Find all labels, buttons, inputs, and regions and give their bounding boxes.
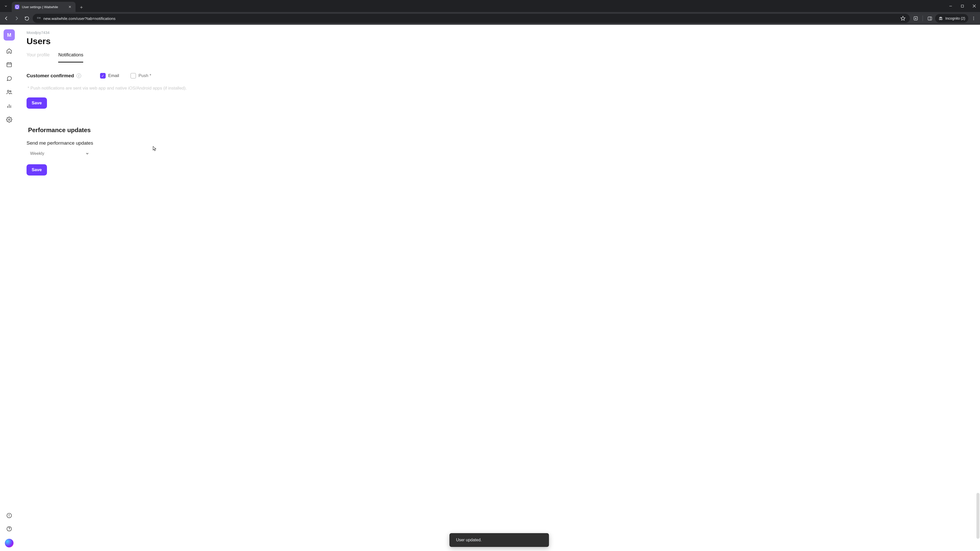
tab-notifications[interactable]: Notifications	[58, 51, 83, 62]
sidebar-chat-icon[interactable]	[6, 75, 13, 82]
address-bar[interactable]: new.waitwhile.com/user?tab=notifications	[33, 14, 910, 23]
svg-point-14	[941, 19, 942, 20]
main-content: Moodjoy7434 Users Your profile Notificat…	[18, 25, 980, 551]
scrollbar-thumb[interactable]	[977, 493, 980, 539]
bookmark-star-icon[interactable]	[900, 15, 906, 22]
svg-point-24	[10, 91, 11, 92]
email-checkbox-label: Email	[108, 73, 119, 78]
push-footnote: * Push notifications are sent via web ap…	[27, 86, 266, 91]
svg-point-17	[974, 18, 974, 19]
performance-field-label: Send me performance updates	[27, 140, 266, 146]
svg-point-32	[9, 530, 10, 530]
save-notifications-button[interactable]: Save	[27, 97, 47, 109]
svg-marker-8	[901, 16, 905, 21]
svg-point-28	[8, 119, 10, 121]
sidebar-home-icon[interactable]	[6, 47, 13, 54]
performance-heading: Performance updates	[28, 127, 266, 134]
push-checkbox-label: Push *	[138, 73, 151, 78]
email-checkbox[interactable]: ✓	[100, 73, 106, 79]
browser-menu-button[interactable]	[969, 14, 978, 23]
browser-toolbar: new.waitwhile.com/user?tab=notifications…	[0, 12, 980, 25]
svg-rect-1	[961, 5, 964, 7]
window-close-button[interactable]	[968, 1, 980, 11]
breadcrumb[interactable]: Moodjoy7434	[27, 30, 972, 35]
content-scrollbar[interactable]	[976, 101, 980, 546]
row-label-text: Customer confirmed	[27, 73, 74, 79]
close-tab-button[interactable]: ✕	[67, 4, 73, 10]
tabs: Your profile Notifications	[27, 51, 972, 63]
sidebar-upgrade-icon[interactable]	[6, 512, 13, 519]
page-title: Users	[27, 36, 972, 46]
workspace-avatar[interactable]: M	[3, 29, 15, 41]
svg-point-29	[7, 513, 11, 518]
favicon-waitwhile	[15, 5, 19, 9]
incognito-indicator[interactable]: Incognito (2)	[935, 14, 968, 23]
new-tab-button[interactable]: ＋	[77, 3, 86, 11]
svg-rect-19	[7, 63, 11, 67]
window-minimize-button[interactable]	[945, 1, 956, 11]
browser-tab-active[interactable]: User settings | Waitwhile ✕	[12, 2, 76, 12]
push-checkbox[interactable]	[130, 73, 136, 79]
url-text: new.waitwhile.com/user?tab=notifications	[43, 16, 116, 21]
sidebar-settings-icon[interactable]	[6, 116, 13, 123]
sidebar-analytics-icon[interactable]	[6, 102, 13, 110]
sidebar-user-avatar[interactable]	[5, 539, 14, 548]
info-icon[interactable]: i	[76, 73, 81, 78]
svg-point-16	[974, 17, 974, 17]
chevron-down-icon	[85, 151, 89, 156]
site-info-icon[interactable]	[36, 16, 41, 21]
toolbar-divider	[923, 16, 923, 21]
window-maximize-button[interactable]	[956, 1, 968, 11]
reload-button[interactable]	[22, 14, 31, 23]
svg-point-13	[939, 19, 940, 20]
tab-title: User settings | Waitwhile	[22, 5, 67, 9]
tab-your-profile[interactable]: Your profile	[27, 51, 49, 62]
svg-rect-11	[928, 17, 932, 20]
svg-point-18	[974, 19, 974, 20]
svg-point-6	[40, 17, 40, 18]
notification-row-customer-confirmed: Customer confirmed i ✓ Email Push *	[27, 73, 266, 79]
back-button[interactable]	[2, 14, 11, 23]
install-app-icon[interactable]	[912, 14, 920, 23]
browser-titlebar: User settings | Waitwhile ✕ ＋	[0, 0, 980, 12]
avatar-letter: M	[7, 32, 11, 38]
incognito-icon	[938, 16, 943, 21]
sidebar-users-icon[interactable]	[6, 89, 13, 96]
svg-marker-30	[9, 514, 10, 517]
incognito-label: Incognito (2)	[945, 16, 965, 21]
forward-button[interactable]	[12, 14, 21, 23]
toast-message: User updated.	[456, 538, 482, 542]
performance-frequency-select[interactable]: Weekly	[27, 148, 93, 159]
tab-search-dropdown[interactable]	[0, 0, 12, 12]
toast-notification: User updated.	[449, 533, 549, 547]
save-performance-button[interactable]: Save	[27, 164, 47, 176]
app-sidebar: M	[0, 25, 18, 551]
sidebar-calendar-icon[interactable]	[6, 61, 13, 68]
sidebar-help-icon[interactable]	[6, 526, 13, 532]
svg-point-23	[7, 90, 9, 92]
side-panel-icon[interactable]	[925, 14, 934, 23]
select-value: Weekly	[30, 151, 44, 156]
